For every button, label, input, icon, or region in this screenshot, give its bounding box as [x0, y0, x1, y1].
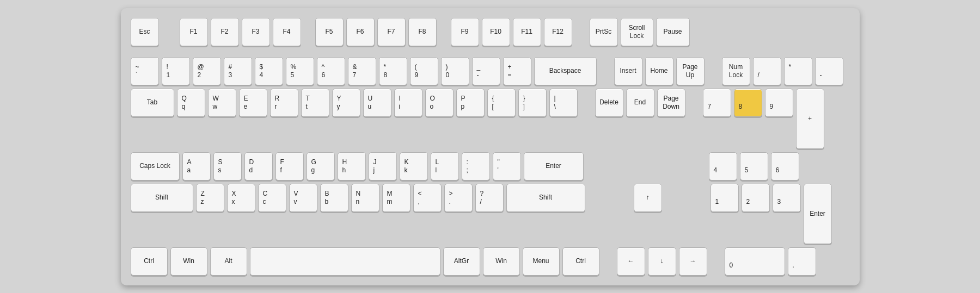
key-num9[interactable]: 9: [765, 89, 793, 117]
key-esc[interactable]: Esc: [131, 18, 159, 46]
key-l[interactable]: Ll: [431, 152, 459, 180]
key-num1[interactable]: 1: [710, 184, 739, 212]
key-numstar[interactable]: *: [784, 57, 812, 85]
key-f6[interactable]: F6: [346, 18, 375, 46]
key-home[interactable]: Home: [645, 57, 673, 85]
key-down[interactable]: ↓: [648, 247, 676, 276]
key-s[interactable]: Ss: [213, 152, 242, 180]
key-up[interactable]: ↑: [634, 184, 662, 212]
key-num4[interactable]: 4: [709, 152, 737, 180]
key-lbracket[interactable]: {[: [487, 89, 516, 117]
key-ctrl-right[interactable]: Ctrl: [562, 247, 599, 276]
key-space[interactable]: [250, 247, 440, 276]
key-t[interactable]: Tt: [301, 89, 329, 117]
key-f2[interactable]: F2: [211, 18, 239, 46]
key-insert[interactable]: Insert: [614, 57, 642, 85]
key-k[interactable]: Kk: [400, 152, 428, 180]
key-1[interactable]: !1: [162, 57, 190, 85]
key-numminus[interactable]: -: [815, 57, 843, 85]
key-capslock[interactable]: Caps Lock: [131, 152, 180, 180]
key-v[interactable]: Vv: [289, 184, 317, 212]
key-numenter[interactable]: Enter: [804, 184, 832, 244]
key-ctrl-left[interactable]: Ctrl: [131, 247, 168, 276]
key-y[interactable]: Yy: [332, 89, 360, 117]
key-o[interactable]: Oo: [425, 89, 454, 117]
key-b[interactable]: Bb: [320, 184, 348, 212]
key-num7[interactable]: 7: [703, 89, 731, 117]
key-f12[interactable]: F12: [544, 18, 572, 46]
key-x[interactable]: Xx: [227, 184, 255, 212]
key-num2[interactable]: 2: [742, 184, 770, 212]
key-9[interactable]: (9: [410, 57, 438, 85]
key-z[interactable]: Zz: [196, 184, 224, 212]
key-j[interactable]: Jj: [369, 152, 397, 180]
key-e[interactable]: Ee: [239, 89, 267, 117]
key-tilde[interactable]: ~`: [131, 57, 159, 85]
key-numslash[interactable]: /: [753, 57, 781, 85]
key-f4[interactable]: F4: [273, 18, 301, 46]
key-numdot[interactable]: .: [788, 247, 816, 276]
key-d[interactable]: Dd: [244, 152, 273, 180]
key-backspace[interactable]: Backspace: [534, 57, 597, 85]
key-f7[interactable]: F7: [377, 18, 406, 46]
key-n[interactable]: Nn: [351, 184, 379, 212]
key-shift-left[interactable]: Shift: [131, 184, 193, 212]
key-6[interactable]: ^6: [317, 57, 345, 85]
key-numplus[interactable]: +: [796, 89, 824, 149]
key-3[interactable]: #3: [224, 57, 252, 85]
key-alt-left[interactable]: Alt: [210, 247, 247, 276]
key-2[interactable]: @2: [193, 57, 221, 85]
key-enter[interactable]: Enter: [524, 152, 584, 180]
key-8[interactable]: *8: [379, 57, 407, 85]
key-i[interactable]: Ii: [394, 89, 422, 117]
key-equals[interactable]: +=: [503, 57, 531, 85]
key-right[interactable]: →: [679, 247, 707, 276]
key-pause[interactable]: Pause: [656, 18, 690, 46]
key-a[interactable]: Aa: [182, 152, 211, 180]
key-semicolon[interactable]: :;: [462, 152, 490, 180]
key-num0[interactable]: 0: [725, 247, 785, 276]
key-slash[interactable]: ?/: [475, 184, 504, 212]
key-w[interactable]: Ww: [208, 89, 236, 117]
key-numlock[interactable]: NumLock: [722, 57, 750, 85]
key-left[interactable]: ←: [617, 247, 645, 276]
key-num8[interactable]: 8: [734, 89, 762, 117]
key-tab[interactable]: Tab: [131, 89, 174, 117]
key-minus[interactable]: _-: [472, 57, 500, 85]
key-u[interactable]: Uu: [363, 89, 391, 117]
key-pageup[interactable]: PageUp: [676, 57, 705, 85]
key-5[interactable]: %5: [286, 57, 314, 85]
key-f10[interactable]: F10: [482, 18, 510, 46]
key-backslash[interactable]: |\: [549, 89, 578, 117]
key-f8[interactable]: F8: [408, 18, 437, 46]
key-delete[interactable]: Delete: [595, 89, 623, 117]
key-f3[interactable]: F3: [242, 18, 270, 46]
key-f5[interactable]: F5: [315, 18, 344, 46]
key-period[interactable]: >.: [444, 184, 473, 212]
key-p[interactable]: Pp: [456, 89, 485, 117]
key-h[interactable]: Hh: [338, 152, 366, 180]
key-num3[interactable]: 3: [773, 184, 801, 212]
key-c[interactable]: Cc: [258, 184, 286, 212]
key-win-left[interactable]: Win: [170, 247, 207, 276]
key-scrolllock[interactable]: ScrollLock: [621, 18, 653, 46]
key-comma[interactable]: <,: [413, 184, 442, 212]
key-altgr[interactable]: AltGr: [443, 247, 480, 276]
key-f[interactable]: Ff: [275, 152, 304, 180]
key-r[interactable]: Rr: [270, 89, 298, 117]
key-num5[interactable]: 5: [740, 152, 768, 180]
key-prtsc[interactable]: PrtSc: [590, 18, 618, 46]
key-pagedown[interactable]: PageDown: [657, 89, 685, 117]
key-menu[interactable]: Menu: [523, 247, 560, 276]
key-f1[interactable]: F1: [180, 18, 208, 46]
key-f11[interactable]: F11: [513, 18, 541, 46]
key-rbracket[interactable]: }]: [518, 89, 547, 117]
key-num6[interactable]: 6: [771, 152, 799, 180]
key-shift-right[interactable]: Shift: [506, 184, 585, 212]
key-m[interactable]: Mm: [382, 184, 411, 212]
key-quote[interactable]: "': [493, 152, 521, 180]
key-7[interactable]: &7: [348, 57, 376, 85]
key-f9[interactable]: F9: [451, 18, 479, 46]
key-q[interactable]: Qq: [177, 89, 205, 117]
key-g[interactable]: Gg: [307, 152, 335, 180]
